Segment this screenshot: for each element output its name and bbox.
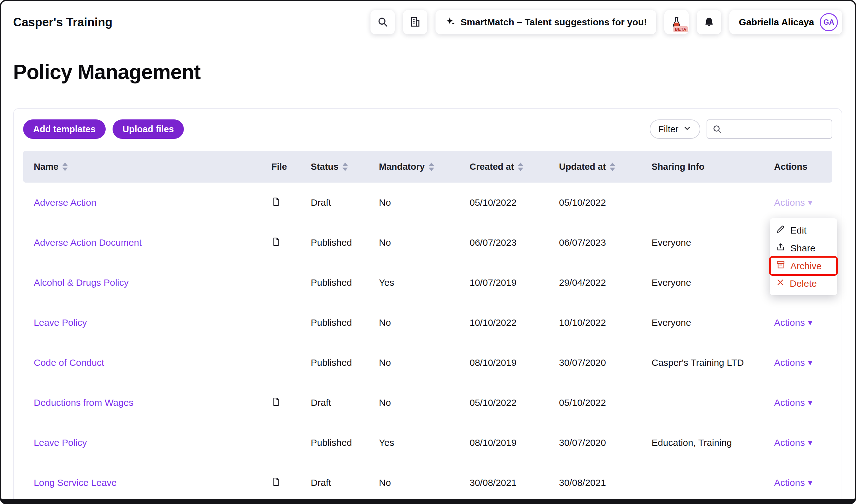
row-actions-button[interactable]: Actions ▾ — [774, 357, 812, 368]
status-cell: Draft — [311, 397, 379, 408]
name-cell: Code of Conduct — [34, 357, 271, 368]
actions-cell: Actions ▾ — [774, 357, 832, 368]
updated-at-cell: 05/10/2022 — [559, 197, 652, 208]
column-header-mandatory[interactable]: Mandatory — [379, 162, 469, 172]
status-cell: Published — [311, 277, 379, 288]
created-at-cell: 06/07/2023 — [469, 237, 559, 248]
caret-down-icon: ▾ — [808, 319, 812, 327]
menu-item-edit[interactable]: Edit — [770, 221, 837, 239]
share-icon — [776, 242, 785, 254]
filter-label: Filter — [658, 124, 678, 134]
sort-icon[interactable] — [429, 163, 434, 171]
mandatory-cell: No — [379, 317, 469, 328]
user-menu-button[interactable]: Gabriella Alicaya GA — [729, 10, 842, 34]
column-header-status[interactable]: Status — [311, 162, 379, 172]
policy-name-link[interactable]: Alcohol & Drugs Policy — [34, 277, 128, 288]
table-row: Leave Policy Published No 10/10/2022 10/… — [23, 303, 832, 343]
column-header-updated-at[interactable]: Updated at — [559, 162, 652, 172]
policy-name-link[interactable]: Long Service Leave — [34, 478, 117, 488]
name-cell: Long Service Leave — [34, 478, 271, 488]
user-name: Gabriella Alicaya — [739, 17, 814, 28]
policy-card: Add templates Upload files Filter — [13, 108, 842, 504]
sort-icon[interactable] — [518, 163, 523, 171]
mandatory-cell: No — [379, 478, 469, 488]
toolbar-right: Filter — [650, 120, 832, 139]
row-actions-button[interactable]: Actions ▾ — [774, 197, 812, 208]
actions-cell: Actions ▾ — [774, 397, 832, 408]
notifications-button[interactable] — [697, 10, 721, 34]
sort-icon[interactable] — [62, 163, 68, 171]
caret-down-icon: ▾ — [808, 359, 812, 367]
file-icon — [271, 236, 281, 247]
created-at-cell: 08/10/2019 — [469, 437, 559, 448]
avatar: GA — [820, 13, 838, 31]
table-search — [707, 120, 832, 139]
mandatory-cell: No — [379, 197, 469, 208]
sharing-info-cell: Education, Training — [652, 437, 774, 448]
policy-name-link[interactable]: Adverse Action Document — [34, 237, 142, 248]
chevron-down-icon — [683, 124, 692, 135]
row-actions-button[interactable]: Actions ▾ — [774, 317, 812, 328]
sort-icon[interactable] — [610, 163, 615, 171]
column-header-sharing-info: Sharing Info — [652, 162, 774, 172]
sharing-info-cell: Everyone — [652, 277, 774, 288]
name-cell: Adverse Action Document — [34, 237, 271, 248]
search-button[interactable] — [371, 10, 395, 34]
upload-files-button[interactable]: Upload files — [112, 120, 184, 139]
updated-at-cell: 30/07/2020 — [559, 357, 652, 368]
filter-button[interactable]: Filter — [650, 120, 700, 139]
updated-at-cell: 05/10/2022 — [559, 397, 652, 408]
policy-name-link[interactable]: Leave Policy — [34, 317, 87, 328]
column-label: Updated at — [559, 162, 606, 172]
table-row: Adverse Action Draft No 05/10/2022 05/10… — [23, 183, 832, 222]
row-actions-button[interactable]: Actions ▾ — [774, 397, 812, 408]
app-window: Casper's Training SmartMatch – Talent su… — [0, 0, 856, 504]
table-row: Code of Conduct Published No 08/10/2019 … — [23, 343, 832, 383]
row-actions-button[interactable]: Actions ▾ — [774, 437, 812, 448]
updated-at-cell: 30/07/2020 — [559, 437, 652, 448]
card-toolbar: Add templates Upload files Filter — [23, 120, 832, 139]
column-label: Status — [311, 162, 339, 172]
column-header-name[interactable]: Name — [34, 162, 271, 172]
labs-button[interactable]: BETA — [664, 10, 689, 34]
actions-cell: Actions ▾ — [774, 197, 832, 208]
updated-at-cell: 30/08/2021 — [559, 478, 652, 488]
table-header-row: Name File Status Mandatory Created at Up… — [23, 151, 832, 183]
table-row: Adverse Action Document Published No 06/… — [23, 222, 832, 263]
created-at-cell: 10/10/2022 — [469, 317, 559, 328]
add-templates-button[interactable]: Add templates — [23, 120, 106, 139]
pencil-icon — [776, 224, 785, 236]
row-actions-button[interactable]: Actions ▾ — [774, 478, 812, 488]
mandatory-cell: No — [379, 397, 469, 408]
beta-badge: BETA — [673, 26, 688, 32]
column-header-created-at[interactable]: Created at — [469, 162, 559, 172]
column-label: Sharing Info — [652, 162, 705, 172]
search-icon — [712, 124, 722, 134]
sharing-info-cell: Everyone — [652, 237, 774, 248]
sort-icon[interactable] — [342, 163, 348, 171]
policy-name-link[interactable]: Deductions from Wages — [34, 397, 133, 408]
mandatory-cell: Yes — [379, 277, 469, 288]
smartmatch-button[interactable]: SmartMatch – Talent suggestions for you! — [435, 10, 656, 34]
bell-icon — [703, 16, 715, 29]
organisation-button[interactable] — [403, 10, 427, 34]
mandatory-cell: Yes — [379, 437, 469, 448]
policy-name-link[interactable]: Leave Policy — [34, 437, 87, 448]
menu-item-delete[interactable]: Delete — [770, 275, 837, 292]
search-input[interactable] — [707, 120, 832, 139]
building-icon — [409, 16, 421, 29]
menu-item-archive[interactable]: Archive — [770, 257, 837, 275]
created-at-cell: 30/08/2021 — [469, 478, 559, 488]
menu-item-share[interactable]: Share — [770, 239, 837, 257]
archive-icon — [776, 260, 785, 272]
file-cell — [271, 476, 311, 490]
policy-name-link[interactable]: Adverse Action — [34, 197, 96, 208]
policy-name-link[interactable]: Code of Conduct — [34, 357, 104, 368]
sparkle-icon — [445, 16, 456, 29]
created-at-cell: 10/07/2019 — [469, 277, 559, 288]
name-cell: Alcohol & Drugs Policy — [34, 277, 271, 288]
name-cell: Adverse Action — [34, 197, 271, 208]
toolbar-left: Add templates Upload files — [23, 120, 184, 139]
actions-menu: Edit Share Archive Delete — [770, 218, 837, 295]
sharing-info-cell: Everyone — [652, 317, 774, 328]
